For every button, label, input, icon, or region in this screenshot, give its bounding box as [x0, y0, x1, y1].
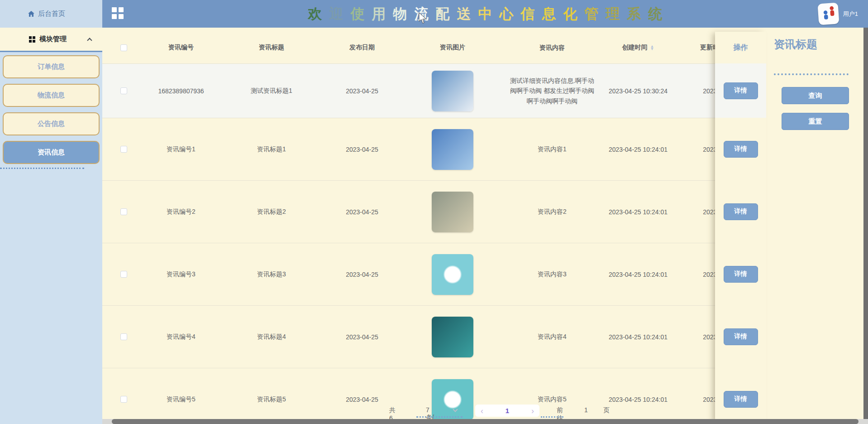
- news-title-cell: 资讯标题3: [217, 243, 326, 305]
- sidebar-item-1[interactable]: 订单信息: [3, 55, 100, 78]
- top-banner: 欢迎使用物流配送中心信息化管理系统 用户1: [102, 0, 868, 28]
- news-id-cell: 资讯编号3: [145, 243, 217, 305]
- goto-suffix-label: 页: [603, 406, 610, 414]
- query-button[interactable]: 查询: [782, 87, 849, 104]
- row-checkbox[interactable]: [120, 396, 127, 403]
- news-image-app-icons-illustration: [432, 71, 473, 111]
- search-input-dotted-line[interactable]: [774, 73, 849, 75]
- row-checkbox[interactable]: [120, 333, 127, 340]
- detail-button[interactable]: 详情: [724, 391, 758, 408]
- action-cell: 详情: [715, 243, 766, 305]
- news-content-cell: 资讯内容3: [507, 243, 597, 305]
- checkbox-cell: [102, 181, 145, 243]
- news-image-devices-circle: [432, 379, 473, 420]
- publish-date-cell: 2023-04-25: [326, 243, 398, 305]
- news-content-cell: 资讯内容2: [507, 181, 597, 243]
- checkbox-cell: [102, 306, 145, 368]
- news-image-cell: [398, 243, 507, 305]
- news-content-cell: 资讯内容1: [507, 118, 597, 180]
- news-id-cell: 资讯编号2: [145, 181, 217, 243]
- user-chip[interactable]: 用户1: [818, 3, 858, 24]
- row-checkbox[interactable]: [120, 271, 127, 278]
- publish-date-cell: 2023-04-25: [326, 64, 398, 118]
- search-panel: 资讯标题 查询 重置: [766, 32, 863, 285]
- horizontal-scrollbar[interactable]: [112, 419, 858, 424]
- action-cell: 详情: [715, 368, 766, 424]
- action-cells: 详情详情详情详情详情详情: [715, 63, 766, 424]
- title-char: 息: [542, 5, 556, 24]
- news-title-cell: 资讯标题1: [217, 118, 326, 180]
- row-checkbox[interactable]: [120, 208, 127, 215]
- header-checkbox-cell: [102, 32, 145, 63]
- search-panel-title: 资讯标题: [774, 37, 863, 52]
- action-column: 操作 详情详情详情详情详情详情: [715, 32, 766, 424]
- col-header-news-image: 资讯图片: [398, 32, 507, 63]
- prev-page-button[interactable]: ‹: [481, 407, 483, 415]
- user-avatar: [817, 2, 839, 25]
- app-title: 欢迎使用物流配送中心信息化管理系统: [102, 0, 868, 28]
- checkbox-cell: [102, 243, 145, 305]
- news-content-cell: 资讯内容4: [507, 306, 597, 368]
- page-size-dotted-underline: [416, 416, 463, 418]
- select-all-checkbox[interactable]: [120, 44, 127, 51]
- current-page[interactable]: 1: [506, 407, 509, 414]
- checkbox-cell: [102, 64, 145, 118]
- news-image-cell: [398, 181, 507, 243]
- sort-desc-icon[interactable]: ▼: [650, 48, 654, 50]
- detail-button[interactable]: 详情: [724, 328, 758, 345]
- news-id-cell: 资讯编号5: [145, 368, 217, 424]
- publish-date-cell: 2023-04-25: [326, 118, 398, 180]
- pager: ‹ 1 ›: [475, 405, 539, 417]
- title-char: 欢: [308, 5, 322, 24]
- created-time-label: 创建时间: [622, 43, 648, 52]
- sidebar-home[interactable]: 后台首页: [0, 0, 102, 28]
- action-cell: 详情: [715, 63, 766, 118]
- detail-button[interactable]: 详情: [724, 141, 758, 158]
- col-header-news-title: 资讯标题: [217, 32, 326, 63]
- vertical-scrollbar[interactable]: [863, 28, 868, 419]
- title-char: 统: [649, 5, 663, 24]
- goto-page-input[interactable]: 1: [584, 406, 588, 414]
- created-time-cell: 2023-04-25 10:24:01: [597, 306, 679, 368]
- news-image-person-illustration: [432, 129, 473, 170]
- detail-button[interactable]: 详情: [724, 203, 758, 220]
- goto-dotted-underline: [541, 416, 563, 418]
- table-header: 资讯编号 资讯标题 发布日期 资讯图片 资讯内容 创建时间 ▲ ▼ 更新时间: [102, 32, 747, 63]
- news-id-cell: 资讯编号1: [145, 118, 217, 180]
- col-header-created-time[interactable]: 创建时间 ▲ ▼: [597, 32, 679, 63]
- chevron-up-icon: [87, 38, 92, 43]
- action-cell: 详情: [715, 180, 766, 243]
- title-char: 系: [627, 5, 641, 24]
- row-checkbox[interactable]: [120, 87, 127, 94]
- row-checkbox[interactable]: [120, 146, 127, 153]
- publish-date-cell: 2023-04-25: [326, 181, 398, 243]
- title-char: 化: [563, 5, 577, 24]
- title-char: 心: [500, 5, 514, 24]
- news-title-cell: 资讯标题4: [217, 306, 326, 368]
- home-icon: [28, 11, 34, 17]
- news-image-cell: [398, 64, 507, 118]
- action-cell: 详情: [715, 305, 766, 368]
- next-page-button[interactable]: ›: [531, 407, 534, 415]
- sidebar-group-module[interactable]: 模块管理: [0, 28, 102, 51]
- created-time-cell: 2023-04-25 10:30:24: [597, 64, 679, 118]
- title-char: 送: [457, 5, 471, 24]
- detail-button[interactable]: 详情: [724, 266, 758, 283]
- title-char: 物: [393, 5, 407, 24]
- news-image-icon-clock-circle: [432, 254, 473, 295]
- sidebar-item-2[interactable]: 物流信息: [3, 84, 100, 107]
- avatar-figures-icon: [819, 4, 838, 24]
- created-time-cell: 2023-04-25 10:24:01: [597, 243, 679, 305]
- table-row: 1682389807936测试资讯标题12023-04-25测试详细资讯内容信息…: [102, 63, 747, 118]
- title-char: 中: [478, 5, 492, 24]
- detail-button[interactable]: 详情: [724, 82, 758, 99]
- sidebar-item-3[interactable]: 公告信息: [3, 112, 100, 135]
- reset-button[interactable]: 重置: [782, 113, 849, 130]
- news-image-phone-photo: [432, 192, 473, 232]
- user-name: 用户1: [843, 10, 858, 18]
- news-title-cell: 资讯标题2: [217, 181, 326, 243]
- created-time-cell: 2023-04-25 10:24:01: [597, 181, 679, 243]
- created-time-cell: 2023-04-25 10:24:01: [597, 118, 679, 180]
- sidebar-dotted-line: [0, 168, 84, 169]
- sidebar-item-4[interactable]: 资讯信息: [3, 141, 100, 164]
